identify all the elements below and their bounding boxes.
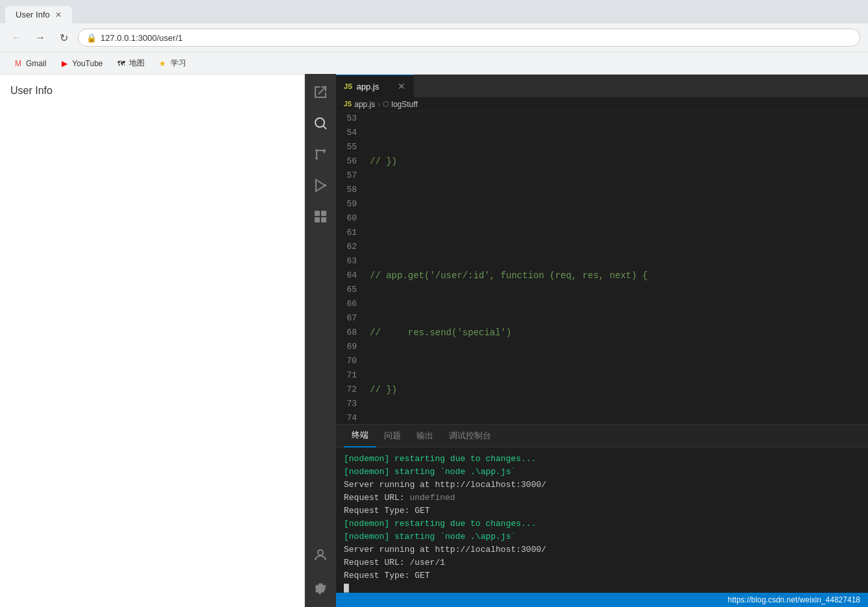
svg-point-11	[318, 550, 323, 555]
breadcrumb-separator: ›	[378, 100, 380, 109]
back-button[interactable]: ←	[8, 29, 26, 47]
address-bar[interactable]: 🔒 127.0.0.1:3000/user/1	[78, 29, 860, 47]
svg-point-2	[315, 149, 318, 152]
terminal-tab-debug[interactable]: 调试控制台	[441, 425, 499, 447]
breadcrumb-file: app.js	[354, 100, 375, 109]
svg-line-1	[324, 126, 326, 129]
activity-extensions[interactable]	[305, 201, 336, 232]
terminal-line-9: Request URL: /user/1	[344, 556, 860, 569]
tab-label: User Info	[16, 10, 50, 19]
activity-bar	[305, 75, 336, 607]
forward-button[interactable]: →	[31, 29, 49, 47]
activity-explorer[interactable]	[305, 77, 336, 108]
code-line-55: // app.get('/user/:id', function (req, r…	[370, 268, 855, 283]
svg-rect-10	[321, 217, 326, 222]
bookmark-maps-label: 地图	[129, 58, 145, 69]
terminal-line-8: Server running at http://localhost:3000/	[344, 543, 860, 556]
js-icon: JS	[344, 82, 352, 90]
study-icon: ★	[158, 58, 168, 69]
terminal-line-5: Request Type: GET	[344, 505, 860, 518]
terminal-line-2: [nodemon] starting `node .\app.js`	[344, 466, 860, 479]
code-editor[interactable]: 53 54 55 56 57 58 59 60 61 62 63 64 65 6…	[336, 112, 868, 424]
svg-rect-7	[315, 211, 320, 216]
browser-tabs: User Info ✕	[0, 0, 868, 23]
terminal-line-7: [nodemon] starting `node .\app.js`	[344, 530, 860, 543]
code-line-56: // res.send('special')	[370, 326, 855, 340]
terminal-line-1: [nodemon] restarting due to changes...	[344, 453, 860, 466]
youtube-icon: ▶	[59, 58, 69, 69]
breadcrumb: JS app.js › ⬡ logStuff	[336, 97, 868, 112]
terminal-tabs: 终端 问题 输出 调试控制台	[336, 425, 868, 447]
activity-settings[interactable]	[305, 573, 336, 604]
svg-marker-5	[316, 180, 325, 191]
status-bar: https://blog.csdn.net/weixin_44827418	[336, 593, 868, 607]
code-content: // }) // app.get('/user/:id', function (…	[367, 112, 868, 424]
browser-tab-active[interactable]: User Info ✕	[5, 6, 72, 23]
bookmark-study[interactable]: ★ 学习	[152, 55, 191, 71]
url-text: 127.0.0.1:3000/user/1	[101, 33, 183, 43]
tab-close-icon[interactable]: ✕	[55, 10, 62, 19]
reload-button[interactable]: ↻	[54, 29, 73, 47]
activity-source-control[interactable]	[305, 139, 336, 170]
svg-point-6	[324, 184, 326, 187]
svg-rect-9	[315, 217, 320, 222]
terminal-cursor: █	[344, 582, 860, 593]
editor-tab-label: app.js	[356, 82, 379, 91]
main-layout: User Info JS app.js	[0, 75, 868, 607]
terminal-content: [nodemon] restarting due to changes... […	[336, 447, 868, 593]
activity-search[interactable]	[305, 108, 336, 139]
terminal-tab-terminal[interactable]: 终端	[344, 424, 376, 447]
line-numbers: 53 54 55 56 57 58 59 60 61 62 63 64 65 6…	[336, 112, 367, 424]
activity-run[interactable]	[305, 170, 336, 201]
breadcrumb-symbol: logStuff	[391, 100, 417, 109]
bookmark-gmail[interactable]: M Gmail	[8, 56, 51, 71]
page-title: User Info	[10, 85, 294, 97]
browser-chrome: User Info ✕ ← → ↻ 🔒 127.0.0.1:3000/user/…	[0, 0, 868, 75]
lock-icon: 🔒	[86, 33, 97, 43]
svg-point-0	[315, 118, 324, 127]
editor-tab-appjs[interactable]: JS app.js ✕	[336, 75, 414, 97]
breadcrumb-js-icon: JS	[344, 101, 352, 108]
bookmark-maps[interactable]: 🗺 地图	[111, 55, 150, 71]
breadcrumb-symbol-icon: ⬡	[383, 100, 389, 108]
bookmark-gmail-label: Gmail	[26, 59, 46, 68]
breadcrumb-symbol-area: ⬡ logStuff	[383, 100, 417, 109]
code-line-53: // })	[370, 154, 855, 169]
terminal-line-10: Request Type: GET	[344, 569, 860, 582]
bookmark-youtube-label: YouTube	[72, 59, 102, 68]
bookmarks-bar: M Gmail ▶ YouTube 🗺 地图 ★ 学习	[0, 52, 868, 74]
status-csdn-link: https://blog.csdn.net/weixin_44827418	[728, 595, 860, 604]
bookmark-study-label: 学习	[171, 58, 186, 69]
terminal-line-6: [nodemon] restarting due to changes...	[344, 518, 860, 530]
tab-close-icon[interactable]: ✕	[398, 81, 405, 91]
svg-point-4	[315, 157, 318, 160]
code-line-57: // })	[370, 383, 855, 397]
terminal-tab-output[interactable]: 输出	[409, 425, 441, 447]
terminal-line-3: Server running at http://localhost:3000/	[344, 479, 860, 492]
terminal-line-4: Request URL: undefined	[344, 492, 860, 505]
maps-icon: 🗺	[116, 58, 127, 69]
svg-rect-8	[321, 211, 326, 216]
editor-tabs: JS app.js ✕	[336, 75, 868, 97]
browser-content: User Info	[0, 75, 305, 607]
terminal-tab-problems[interactable]: 问题	[376, 425, 409, 447]
vscode-editor: JS app.js ✕ JS app.js › ⬡ logStuff 53 54…	[336, 75, 868, 607]
activity-account[interactable]	[305, 540, 336, 571]
bookmark-youtube[interactable]: ▶ YouTube	[54, 56, 108, 71]
terminal-panel: 终端 问题 输出 调试控制台 [nodemon] restarting due …	[336, 424, 868, 593]
gmail-icon: M	[13, 58, 23, 69]
code-line-54	[370, 211, 855, 226]
browser-toolbar: ← → ↻ 🔒 127.0.0.1:3000/user/1	[0, 23, 868, 52]
